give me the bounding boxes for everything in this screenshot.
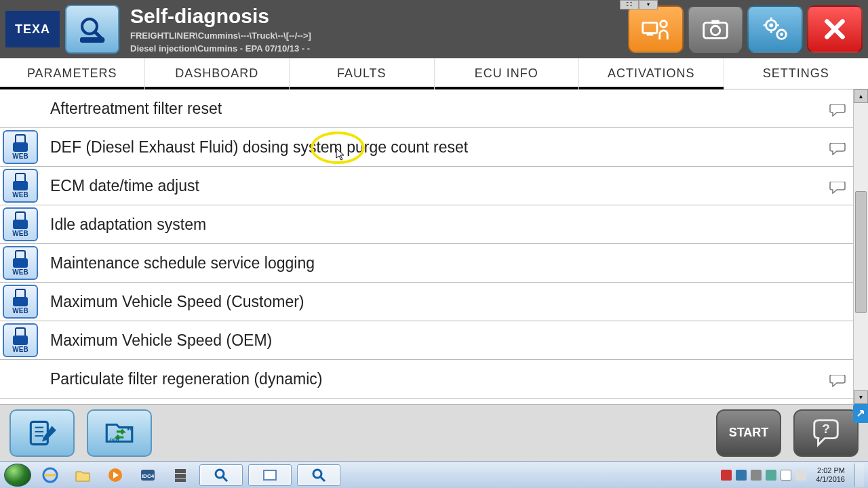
svg-rect-32 [175,479,186,482]
taskbar-app-diag-icon[interactable] [199,464,243,486]
taskbar-ie-icon[interactable] [37,464,64,486]
svg-point-10 [769,23,773,27]
svg-line-34 [222,476,227,481]
hint-icon[interactable] [829,102,846,115]
svg-rect-3 [643,22,657,33]
svg-rect-30 [175,469,186,473]
taskbar-app-window-icon[interactable] [248,464,292,486]
tab-dashboard[interactable]: DASHBOARD [144,58,290,89]
web-lock-icon: WEB [3,130,38,164]
tray-icon[interactable] [736,470,747,481]
brand-logo: TEXA [5,11,60,47]
settings-row-label: Maximum Vehicle Speed (OEM) [50,331,846,350]
tray-icon[interactable] [721,470,732,481]
svg-text:OUT: OUT [109,436,120,443]
screenshot-button[interactable] [688,5,743,53]
tab-faults[interactable]: FAULTS [289,58,434,89]
taskbar-server-icon[interactable] [167,464,194,486]
tab-bar: PARAMETERS DASHBOARD FAULTS ECU INFO ACT… [0,58,868,89]
taskbar-clock[interactable]: 2:02 PM 4/1/2016 [810,466,850,484]
settings-row-label: Idle adaptation system [50,216,846,234]
footer-toolbar: INOUT START ? [0,404,868,461]
tray-icon[interactable] [766,470,776,481]
web-lock-icon: WEB [3,207,38,241]
settings-button[interactable] [747,5,803,53]
web-lock-icon: WEB [3,285,38,319]
settings-row[interactable]: WEBECM date/time adjust [0,167,853,205]
svg-rect-19 [31,422,47,444]
tab-settings[interactable]: SETTINGS [724,58,869,89]
svg-line-37 [320,476,325,481]
chevron-down-icon[interactable]: ▾ [639,0,658,9]
settings-list: Aftertreatment filter resetWEBDEF (Diese… [0,89,853,404]
system-tray[interactable]: 2:02 PM 4/1/2016 [721,464,864,487]
scroll-up-icon[interactable]: ▴ [854,89,868,103]
svg-text:IDC4: IDC4 [142,473,155,479]
scrollbar[interactable]: ▴ ▾ [853,89,868,404]
taskbar-media-icon[interactable] [102,464,129,486]
settings-list-container: Aftertreatment filter resetWEBDEF (Diese… [0,89,868,404]
tray-icon[interactable] [751,470,762,481]
settings-row-label: DEF (Diesel Exhaust Fluid) dosing system… [50,138,829,157]
svg-rect-4 [647,33,654,36]
taskbar-explorer-icon[interactable] [69,464,96,486]
expand-icon[interactable]: ⛶ [620,0,639,9]
settings-row[interactable]: WEBIdle adaptation system [0,205,853,244]
tab-activations[interactable]: ACTIVATIONS [578,58,724,89]
svg-rect-2 [80,37,104,43]
close-button[interactable] [807,5,863,53]
page-title: Self-diagnosis [130,5,623,28]
svg-text:?: ? [822,422,830,436]
svg-point-5 [660,21,667,28]
svg-rect-31 [175,474,186,478]
settings-row[interactable]: WEBMaximum Vehicle Speed (Customer) [0,283,853,321]
settings-row-label: Aftertreatment filter reset [50,100,829,118]
start-menu-button[interactable] [4,464,31,487]
hint-icon[interactable] [829,141,846,153]
taskbar-idc4-icon[interactable]: IDC4 [134,464,161,486]
title-area: Self-diagnosis FREIGHTLINER\Cummins\---\… [130,5,623,54]
window-controls[interactable]: ⛶ ▾ [620,0,658,9]
settings-row[interactable]: Aftertreatment filter reset [0,89,853,128]
settings-row-label: Particulate filter regeneration (dynamic… [50,370,829,388]
help-button[interactable]: ? [793,409,859,457]
hint-icon[interactable] [829,373,846,385]
tab-parameters[interactable]: PARAMETERS [0,58,144,89]
svg-rect-8 [711,20,719,24]
svg-text:IN: IN [126,425,131,431]
settings-row[interactable]: Particulate filter regeneration (dynamic… [0,360,853,399]
diagnostic-icon [65,5,119,54]
svg-point-12 [780,33,783,36]
hint-icon[interactable] [829,180,846,192]
settings-row[interactable]: WEBMaintenance schedule service logging [0,244,853,283]
web-lock-icon: WEB [3,323,38,357]
clock-date: 4/1/2016 [816,475,845,484]
show-desktop-button[interactable] [854,464,864,487]
breadcrumb-line2: Diesel injection\Cummins - EPA 07/10/13 … [130,43,623,54]
import-export-button[interactable]: INOUT [87,409,152,457]
app-header: ⛶ ▾ TEXA Self-diagnosis FREIGHTLINER\Cum… [0,0,868,58]
settings-row[interactable]: WEBDEF (Diesel Exhaust Fluid) dosing sys… [0,128,853,167]
clock-time: 2:02 PM [816,466,845,475]
settings-row-label: Maximum Vehicle Speed (Customer) [50,293,846,311]
settings-row[interactable]: WEBMaximum Vehicle Speed (OEM) [0,321,853,360]
header-actions [628,5,863,53]
svg-rect-35 [264,470,276,480]
tab-ecu-info[interactable]: ECU INFO [434,58,579,89]
web-lock-icon: WEB [3,169,38,203]
tray-icon[interactable] [781,470,791,481]
scroll-down-icon[interactable]: ▾ [854,390,868,404]
breadcrumb-line1: FREIGHTLINER\Cummins\---\Truck\--\[--/--… [130,30,623,41]
web-lock-icon: WEB [3,246,38,280]
vehicle-connect-button[interactable] [628,5,684,53]
start-button[interactable]: START [716,409,781,457]
settings-row-label: Maintenance schedule service logging [50,254,846,272]
svg-point-7 [711,26,719,35]
edit-report-button[interactable] [9,409,75,457]
remote-tab-icon[interactable] [853,404,868,423]
taskbar-app-diag2-icon[interactable] [297,464,340,486]
settings-row-label: ECM date/time adjust [50,177,829,195]
taskbar: IDC4 2:02 PM 4/1/2016 [0,461,868,488]
scroll-thumb[interactable] [855,191,867,313]
tray-volume-icon[interactable] [795,470,806,481]
